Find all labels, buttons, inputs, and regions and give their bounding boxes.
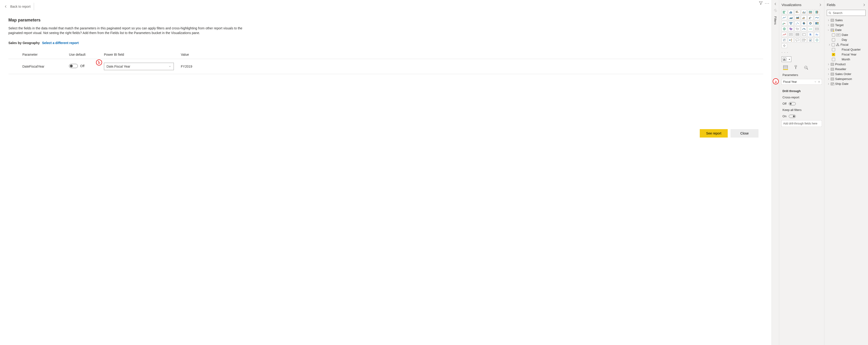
table-sales[interactable]: Sales xyxy=(827,18,866,23)
viz-map[interactable] xyxy=(781,27,787,31)
viz-stacked-area[interactable] xyxy=(795,16,800,20)
viz-python[interactable]: Py xyxy=(814,32,820,37)
viz-line[interactable] xyxy=(781,16,787,20)
viz-multi-row-card[interactable] xyxy=(814,27,820,31)
filters-collapsed-strip[interactable]: Filters xyxy=(772,0,779,345)
back-label: Back to report xyxy=(10,5,31,8)
viz-100-stacked-column[interactable] xyxy=(814,10,820,15)
search-placeholder: Search xyxy=(833,11,842,15)
table-sales-order[interactable]: Sales Order xyxy=(827,71,866,77)
table-product[interactable]: Product xyxy=(827,62,866,67)
report-line: Sales by Geography Select a different re… xyxy=(8,41,763,45)
back-to-report-link[interactable]: Back to report xyxy=(2,5,31,8)
viz-donut[interactable] xyxy=(808,21,813,26)
viz-100-stacked-bar[interactable] xyxy=(808,10,813,15)
viz-line-stacked-column[interactable] xyxy=(801,16,807,20)
svg-point-29 xyxy=(796,24,797,25)
checkbox-checked[interactable] xyxy=(832,53,835,56)
viz-arcgis[interactable] xyxy=(814,38,820,42)
svg-rect-9 xyxy=(803,12,803,13)
viz-filled-map[interactable] xyxy=(788,27,794,31)
table-salesperson[interactable]: Salesperson xyxy=(827,77,866,81)
format-tab-icon[interactable] xyxy=(793,65,798,70)
svg-rect-63 xyxy=(796,39,799,41)
viz-waterfall[interactable] xyxy=(781,21,787,26)
viz-qna[interactable] xyxy=(795,38,800,42)
date-type-icon: A≡ xyxy=(836,34,840,36)
viz-line-clustered-column[interactable] xyxy=(808,16,813,20)
filter-icon[interactable] xyxy=(759,1,763,6)
svg-rect-24 xyxy=(784,23,784,24)
checkbox[interactable] xyxy=(832,38,835,41)
viz-funnel[interactable] xyxy=(788,21,794,26)
table-reseller[interactable]: Reseller xyxy=(827,67,866,71)
analytics-tab-icon[interactable] xyxy=(803,65,809,70)
viz-stacked-column[interactable] xyxy=(788,10,794,15)
checkbox[interactable] xyxy=(832,43,835,47)
fields-title: Fields xyxy=(827,3,835,7)
svg-rect-14 xyxy=(809,12,812,12)
checkbox[interactable] xyxy=(832,58,835,61)
more-icon[interactable]: ··· xyxy=(765,1,770,6)
page-title: Map parameters xyxy=(8,18,763,23)
table-ship-date[interactable]: Ship Date xyxy=(827,81,866,86)
viz-pie[interactable] xyxy=(801,21,807,26)
field-date-fiscal-year[interactable]: Fiscal Year xyxy=(827,52,866,57)
svg-rect-18 xyxy=(817,11,818,13)
field-date-fiscal-quarter[interactable]: Fiscal Quarter xyxy=(827,47,866,52)
viz-paginated-report[interactable] xyxy=(808,38,813,42)
viz-shape-map[interactable] xyxy=(795,27,800,31)
viz-r[interactable]: R xyxy=(808,32,813,37)
use-default-toggle[interactable]: Off xyxy=(69,64,84,68)
viz-decomposition-tree[interactable] xyxy=(788,38,794,42)
viz-clustered-bar[interactable] xyxy=(795,10,800,15)
fields-search[interactable]: Search xyxy=(827,10,866,16)
viz-more-icon[interactable]: · · · xyxy=(781,50,822,55)
viz-scatter[interactable] xyxy=(795,21,800,26)
parameters-field-well[interactable]: Fiscal Year xyxy=(781,79,822,85)
viz-gauge[interactable] xyxy=(801,27,807,31)
viz-kpi[interactable] xyxy=(781,32,787,37)
viz-smart-narrative[interactable] xyxy=(801,38,807,42)
svg-rect-35 xyxy=(815,22,817,25)
checkbox[interactable] xyxy=(832,48,835,51)
table-date[interactable]: Date xyxy=(827,28,866,32)
viz-slicer[interactable] xyxy=(788,32,794,37)
checkbox[interactable] xyxy=(832,33,835,37)
viz-card[interactable]: 123 xyxy=(808,27,813,31)
chevron-right-icon[interactable] xyxy=(862,3,866,6)
viz-get-more[interactable] xyxy=(781,44,787,48)
field-date-day[interactable]: Day xyxy=(827,37,866,42)
select-different-report-link[interactable]: Select a different report xyxy=(42,41,79,45)
field-date-fiscal[interactable]: Fiscal xyxy=(827,42,866,47)
fields-tab-icon[interactable] xyxy=(783,65,788,70)
keep-filters-toggle[interactable]: On xyxy=(781,114,822,118)
svg-rect-64 xyxy=(802,39,805,41)
chevron-down-icon[interactable] xyxy=(814,81,816,83)
viz-matrix[interactable] xyxy=(801,32,807,37)
viz-area[interactable] xyxy=(788,16,794,20)
svg-rect-15 xyxy=(809,13,812,13)
viz-table[interactable] xyxy=(795,32,800,37)
field-date-date[interactable]: A≡ Date xyxy=(827,32,866,37)
viz-ribbon[interactable] xyxy=(814,16,820,20)
viz-treemap[interactable] xyxy=(814,21,820,26)
viz-clustered-column[interactable] xyxy=(801,10,807,15)
see-report-button[interactable]: See report xyxy=(700,129,728,138)
svg-rect-26 xyxy=(789,22,793,23)
cross-report-toggle[interactable]: Off xyxy=(781,102,822,106)
viz-key-influencers[interactable] xyxy=(781,38,787,42)
top-right-icons: ··· xyxy=(759,1,770,6)
close-button[interactable]: Close xyxy=(731,129,758,138)
power-bi-field-select[interactable]: Date.Fiscal Year xyxy=(104,63,174,70)
viz-stacked-bar[interactable] xyxy=(781,10,787,15)
chevron-right-icon[interactable] xyxy=(818,3,822,6)
remove-icon[interactable] xyxy=(818,81,820,83)
selected-visual-chip[interactable]: ▸ xyxy=(781,56,791,62)
field-date-month[interactable]: Month xyxy=(827,57,866,62)
svg-point-57 xyxy=(783,40,784,40)
param-name: DateFiscalYear xyxy=(8,59,69,74)
svg-rect-90 xyxy=(831,24,834,26)
table-target[interactable]: Target xyxy=(827,23,866,28)
drill-through-well[interactable]: Add drill-through fields here xyxy=(781,120,822,127)
